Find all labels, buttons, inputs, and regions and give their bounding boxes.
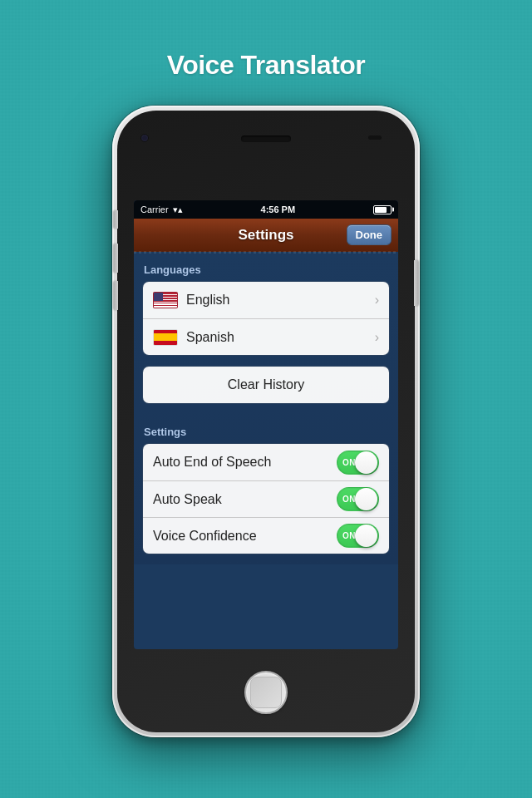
power-button[interactable] bbox=[414, 260, 418, 306]
time-label: 4:56 PM bbox=[261, 204, 296, 214]
face-sensor bbox=[368, 135, 382, 140]
mute-switch bbox=[114, 210, 118, 229]
auto-speak-label: Auto Speak bbox=[153, 492, 337, 507]
spanish-row[interactable]: Spanish › bbox=[143, 318, 389, 355]
front-camera bbox=[140, 134, 149, 142]
chevron-right-icon: › bbox=[375, 293, 379, 308]
done-button[interactable]: Done bbox=[347, 224, 392, 245]
toggle-thumb-3 bbox=[355, 525, 377, 547]
chevron-right-icon-2: › bbox=[375, 330, 379, 345]
settings-group: Auto End of Speech ON Auto Speak ON bbox=[142, 443, 390, 554]
auto-speak-toggle[interactable]: ON bbox=[337, 487, 379, 511]
toggle-on-text-3: ON bbox=[342, 531, 356, 540]
phone-shell: Carrier ▾▴ 4:56 PM Settings Done bbox=[112, 106, 420, 737]
clear-history-group: Clear History bbox=[142, 366, 390, 404]
phone-screen: Carrier ▾▴ 4:56 PM Settings Done bbox=[134, 200, 398, 649]
home-button-inner bbox=[250, 677, 282, 708]
clear-history-label: Clear History bbox=[228, 377, 304, 392]
nav-bar: Settings Done bbox=[134, 219, 398, 252]
toggle-on-text-1: ON bbox=[342, 458, 356, 467]
clear-history-button[interactable]: Clear History bbox=[143, 367, 389, 403]
languages-group: English › Spanish › bbox=[142, 281, 390, 356]
us-flag bbox=[153, 292, 178, 308]
volume-up-button[interactable] bbox=[114, 244, 118, 273]
es-flag bbox=[153, 329, 178, 346]
auto-end-speech-toggle[interactable]: ON bbox=[337, 451, 379, 475]
toggle-thumb-1 bbox=[355, 451, 377, 474]
carrier-label: Carrier bbox=[140, 204, 169, 214]
english-row[interactable]: English › bbox=[143, 282, 389, 318]
status-bar: Carrier ▾▴ 4:56 PM bbox=[134, 200, 398, 219]
home-button[interactable] bbox=[244, 671, 288, 714]
spanish-label: Spanish bbox=[186, 330, 375, 345]
earpiece-speaker bbox=[241, 135, 291, 142]
voice-confidence-toggle[interactable]: ON bbox=[337, 524, 379, 548]
toggle-thumb-2 bbox=[355, 488, 377, 510]
voice-confidence-row: Voice Confidence ON bbox=[143, 517, 389, 554]
volume-down-button[interactable] bbox=[114, 281, 118, 310]
voice-confidence-label: Voice Confidence bbox=[153, 529, 337, 544]
nav-title: Settings bbox=[238, 227, 293, 244]
auto-end-speech-row: Auto End of Speech ON bbox=[143, 444, 389, 480]
phone-inner: Carrier ▾▴ 4:56 PM Settings Done bbox=[117, 111, 415, 732]
settings-content: Languages English › bbox=[134, 252, 398, 564]
toggle-on-text-2: ON bbox=[342, 495, 356, 504]
battery-icon bbox=[373, 205, 392, 214]
languages-section-header: Languages bbox=[134, 252, 398, 281]
auto-speak-row: Auto Speak ON bbox=[143, 480, 389, 517]
auto-end-speech-label: Auto End of Speech bbox=[153, 455, 337, 470]
wifi-icon: ▾▴ bbox=[173, 204, 183, 215]
app-title: Voice Translator bbox=[167, 50, 366, 81]
settings-section-header: Settings bbox=[134, 414, 398, 443]
english-label: English bbox=[186, 293, 375, 308]
